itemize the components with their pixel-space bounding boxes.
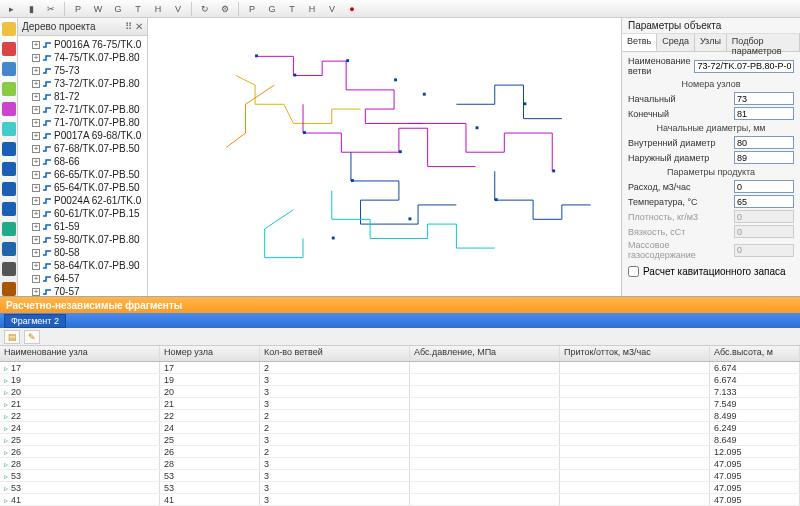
strip-icon[interactable]	[2, 142, 16, 156]
table-row[interactable]: 171726.674	[0, 362, 800, 374]
strip-icon[interactable]	[2, 282, 16, 296]
strip-icon[interactable]	[2, 62, 16, 76]
table-row[interactable]: 191936.674	[0, 374, 800, 386]
table-row[interactable]: 5353347.095	[0, 470, 800, 482]
expand-icon[interactable]: +	[32, 119, 40, 127]
expand-icon[interactable]: +	[32, 236, 40, 244]
toolbar-icon[interactable]: P	[245, 2, 259, 16]
tree-item[interactable]: +64-57	[20, 272, 145, 285]
3d-viewport[interactable]: z x y	[148, 18, 622, 296]
expand-icon[interactable]: +	[32, 249, 40, 257]
tree-item[interactable]: +71-70/TK.07-PB.80	[20, 116, 145, 129]
expand-icon[interactable]: +	[32, 184, 40, 192]
strip-icon[interactable]	[2, 222, 16, 236]
expand-icon[interactable]: +	[32, 67, 40, 75]
expand-icon[interactable]: +	[32, 210, 40, 218]
name-input[interactable]	[694, 60, 794, 73]
tree-item[interactable]: +66-65/TK.07-PB.50	[20, 168, 145, 181]
toolbar-icon[interactable]: W	[91, 2, 105, 16]
strip-icon[interactable]	[2, 162, 16, 176]
table-row[interactable]: 212137.549	[0, 398, 800, 410]
edit-button[interactable]: ✎	[24, 330, 40, 344]
toolbar-icon[interactable]: T	[285, 2, 299, 16]
tree-item[interactable]: +65-64/TK.07-PB.50	[20, 181, 145, 194]
strip-icon[interactable]	[2, 42, 16, 56]
strip-icon[interactable]	[2, 262, 16, 276]
tree-item[interactable]: +67-68/TK.07-PB.50	[20, 142, 145, 155]
tree-item[interactable]: +81-72	[20, 90, 145, 103]
tree-item[interactable]: +58-64/TK.07-PB.90	[20, 259, 145, 272]
dout-input[interactable]	[734, 151, 794, 164]
expand-icon[interactable]: +	[32, 145, 40, 153]
expand-icon[interactable]: +	[32, 275, 40, 283]
table-row[interactable]: 2828347.095	[0, 458, 800, 470]
tree-item[interactable]: +P0017A 69-68/TK.0	[20, 129, 145, 142]
table-row[interactable]: 5353347.095	[0, 482, 800, 494]
toolbar-icon[interactable]: P	[71, 2, 85, 16]
table-row[interactable]: 2626212.095	[0, 446, 800, 458]
toolbar-icon[interactable]: G	[265, 2, 279, 16]
fragment-tab[interactable]: Фрагмент 2	[4, 314, 66, 328]
expand-icon[interactable]: +	[32, 106, 40, 114]
toolbar-icon[interactable]: ●	[345, 2, 359, 16]
grid-body[interactable]: 171726.674191936.674202037.133212137.549…	[0, 362, 800, 506]
toolbar-icon[interactable]: G	[111, 2, 125, 16]
toolbar-icon[interactable]: H	[151, 2, 165, 16]
expand-icon[interactable]: +	[32, 262, 40, 270]
expand-icon[interactable]: +	[32, 41, 40, 49]
tree-item[interactable]: +75-73	[20, 64, 145, 77]
temp-input[interactable]	[734, 195, 794, 208]
col-height[interactable]: Абс.высота, м	[710, 346, 800, 361]
start-input[interactable]	[734, 92, 794, 105]
col-branches[interactable]: Кол-во ветвей	[260, 346, 410, 361]
tree-item[interactable]: +60-61/TK.07-PB.15	[20, 207, 145, 220]
toolbar-icon[interactable]: V	[325, 2, 339, 16]
tree-item[interactable]: +73-72/TK.07-PB.80	[20, 77, 145, 90]
toolbar-icon[interactable]: ✂	[44, 2, 58, 16]
pin-icon[interactable]: ⠿ ✕	[125, 21, 143, 32]
tree-item[interactable]: +70-57	[20, 285, 145, 296]
tree-item[interactable]: +68-66	[20, 155, 145, 168]
col-flow[interactable]: Приток/отток, м3/час	[560, 346, 710, 361]
expand-icon[interactable]: +	[32, 80, 40, 88]
table-row[interactable]: 202037.133	[0, 386, 800, 398]
toolbar-icon[interactable]: ↻	[198, 2, 212, 16]
strip-icon[interactable]	[2, 22, 16, 36]
tree-item[interactable]: +P0024A 62-61/TK.0	[20, 194, 145, 207]
strip-icon[interactable]	[2, 102, 16, 116]
tree-body[interactable]: +P0016A 76-75/TK.0+74-75/TK.07-PB.80+75-…	[18, 36, 147, 296]
din-input[interactable]	[734, 136, 794, 149]
expand-icon[interactable]: +	[32, 132, 40, 140]
cavitation-checkbox[interactable]	[628, 266, 639, 277]
strip-icon[interactable]	[2, 82, 16, 96]
filter-button[interactable]: ▤	[4, 330, 20, 344]
col-name[interactable]: Наименование узла	[0, 346, 160, 361]
tab-branch[interactable]: Ветвь	[622, 34, 657, 51]
flow-input[interactable]	[734, 180, 794, 193]
toolbar-icon[interactable]: V	[171, 2, 185, 16]
toolbar-icon[interactable]: ⚙	[218, 2, 232, 16]
table-row[interactable]: 222228.499	[0, 410, 800, 422]
tree-item[interactable]: +59-80/TK.07-PB.80	[20, 233, 145, 246]
expand-icon[interactable]: +	[32, 93, 40, 101]
strip-icon[interactable]	[2, 242, 16, 256]
col-pressure[interactable]: Абс.давление, МПа	[410, 346, 560, 361]
table-row[interactable]: 242426.249	[0, 422, 800, 434]
tree-item[interactable]: +74-75/TK.07-PB.80	[20, 51, 145, 64]
tree-item[interactable]: +61-59	[20, 220, 145, 233]
expand-icon[interactable]: +	[32, 158, 40, 166]
toolbar-icon[interactable]: ▸	[4, 2, 18, 16]
strip-icon[interactable]	[2, 182, 16, 196]
col-node[interactable]: Номер узла	[160, 346, 260, 361]
strip-icon[interactable]	[2, 202, 16, 216]
table-row[interactable]: 4141347.095	[0, 494, 800, 506]
toolbar-icon[interactable]: ▮	[24, 2, 38, 16]
end-input[interactable]	[734, 107, 794, 120]
table-row[interactable]: 252538.649	[0, 434, 800, 446]
expand-icon[interactable]: +	[32, 288, 40, 296]
expand-icon[interactable]: +	[32, 223, 40, 231]
toolbar-icon[interactable]: H	[305, 2, 319, 16]
tab-medium[interactable]: Среда	[657, 34, 695, 51]
tree-item[interactable]: +72-71/TK.07-PB.80	[20, 103, 145, 116]
toolbar-icon[interactable]: T	[131, 2, 145, 16]
